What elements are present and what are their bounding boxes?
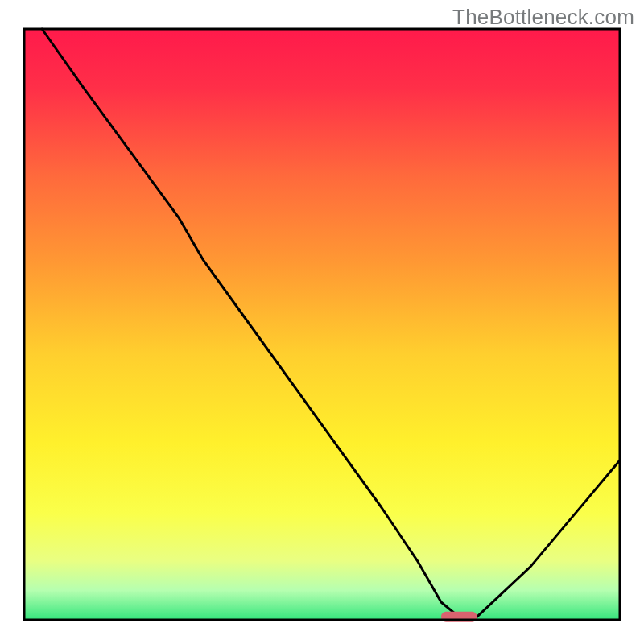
plot-area	[24, 29, 620, 620]
chart-stage: TheBottleneck.com	[0, 0, 644, 644]
watermark-text: TheBottleneck.com	[452, 5, 634, 30]
chart-svg	[0, 0, 644, 644]
